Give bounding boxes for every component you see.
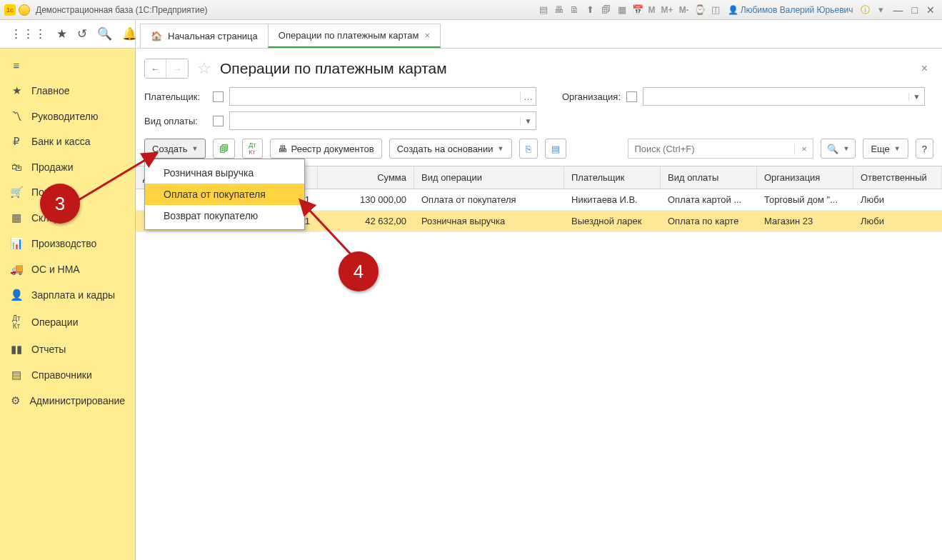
quick-toolbar: ⋮⋮⋮ ★ ↺ 🔍 🔔: [0, 20, 136, 48]
more-button[interactable]: Еще▼: [863, 139, 908, 159]
filter-payer-combo[interactable]: …: [229, 87, 536, 106]
create-button[interactable]: Создать ▼: [144, 139, 206, 159]
tree-icon: ⎘: [526, 144, 531, 154]
nav-forward-button[interactable]: →: [166, 59, 188, 78]
sidebar-item-operations[interactable]: ДтКтОперации: [0, 308, 135, 336]
chevron-down-icon[interactable]: ▼: [520, 117, 536, 125]
user-icon: 👤: [728, 5, 738, 15]
sidebar-label: Операции: [31, 316, 79, 328]
cell: Никитаева И.В.: [564, 189, 661, 210]
user-label[interactable]: 👤Любимов Валерий Юрьевич: [728, 5, 853, 15]
maximize-button[interactable]: □: [909, 4, 921, 16]
dtkt-button[interactable]: ДтКт: [242, 139, 262, 159]
cell: Торговый дом "...: [757, 189, 853, 210]
col-paytype[interactable]: Вид оплаты: [661, 166, 757, 189]
filter-payer-checkbox[interactable]: [213, 91, 224, 102]
based-on-button[interactable]: Создать на основании ▼: [389, 139, 512, 159]
gear-icon: ⚙: [10, 394, 21, 407]
dropdown-item-return[interactable]: Возврат покупателю: [145, 205, 304, 226]
annotation-badge-4: 4: [339, 251, 379, 291]
dtkt-icon: ДтКт: [249, 141, 256, 156]
chevron-down-icon: ▼: [191, 145, 198, 152]
nav-back-button[interactable]: ←: [145, 59, 166, 78]
col-resp[interactable]: Ответственный: [853, 166, 942, 189]
toolbar-icon[interactable]: ▤: [537, 4, 550, 15]
tab-operations[interactable]: Операции по платежным картам ×: [268, 24, 441, 48]
list-icon: ▤: [10, 369, 23, 381]
dropdown-icon[interactable]: ▾: [875, 4, 888, 15]
calc-icon[interactable]: ▦: [616, 4, 628, 15]
bag-icon: 🛍: [10, 161, 23, 173]
find-button[interactable]: 🔍▼: [821, 139, 856, 159]
factory-icon: 📊: [10, 237, 23, 250]
col-payer[interactable]: Плательщик: [564, 166, 661, 189]
help-button[interactable]: ?: [916, 139, 933, 159]
filter-org-checkbox[interactable]: [626, 91, 637, 102]
m-plus-button[interactable]: M+: [660, 5, 675, 15]
col-sum[interactable]: Сумма: [318, 166, 414, 189]
time-icon[interactable]: ⌚: [693, 4, 706, 15]
cell: Оплата по карте: [661, 211, 757, 231]
close-button[interactable]: ✕: [923, 4, 938, 16]
ellipsis-icon[interactable]: …: [520, 91, 536, 102]
sidebar-label: Отчеты: [31, 344, 66, 355]
clear-search-icon[interactable]: ×: [794, 144, 813, 154]
tab-close-icon[interactable]: ×: [424, 30, 430, 41]
col-op[interactable]: Вид операции: [414, 166, 564, 189]
panel-icon[interactable]: ◫: [709, 4, 722, 15]
search-input[interactable]: [628, 144, 794, 154]
copy-button[interactable]: 🗐: [213, 139, 235, 159]
copy-icon[interactable]: 🗐: [600, 4, 613, 15]
dropdown-item-customer-payment[interactable]: Оплата от покупателя: [145, 184, 304, 205]
copy-icon: 🗐: [219, 144, 229, 154]
filter-org-label: Организация:: [562, 91, 621, 102]
bell-icon[interactable]: 🔔: [122, 26, 137, 41]
col-org[interactable]: Организация: [757, 166, 853, 189]
registry-button[interactable]: 🖶 Реестр документов: [270, 139, 382, 159]
dropdown-item-retail[interactable]: Розничная выручка: [145, 162, 304, 184]
more-label: Еще: [871, 144, 889, 154]
export-icon[interactable]: ⬆: [584, 4, 597, 15]
page-title: Операции по платежным картам: [220, 60, 447, 77]
apps-icon[interactable]: ⋮⋮⋮: [10, 26, 46, 41]
m-minus-button[interactable]: M-: [678, 5, 691, 15]
dropdown-toggle-icon[interactable]: [19, 4, 30, 16]
app-logo-icon: 1c: [4, 4, 16, 16]
sidebar-item-bank[interactable]: ₽Банк и касса: [0, 129, 135, 154]
page-close-icon[interactable]: ×: [921, 62, 928, 75]
info-icon[interactable]: ⓘ: [859, 4, 872, 16]
sidebar-item-catalogs[interactable]: ▤Справочники: [0, 362, 135, 388]
sidebar-item-production[interactable]: 📊Производство: [0, 231, 135, 256]
sidebar-item-hr[interactable]: 👤Зарплата и кадры: [0, 282, 135, 308]
favorite-star-icon[interactable]: ☆: [197, 59, 211, 78]
calendar-icon[interactable]: 📅: [631, 4, 644, 15]
filter-org-combo[interactable]: ▼: [643, 87, 925, 106]
sidebar-item-os[interactable]: 🚚ОС и НМА: [0, 256, 135, 282]
sidebar-burger[interactable]: ≡: [0, 53, 135, 78]
sidebar-item-manager[interactable]: 〽Руководителю: [0, 104, 135, 129]
minimize-button[interactable]: —: [891, 4, 906, 16]
star-icon[interactable]: ★: [56, 26, 67, 41]
history-icon[interactable]: ↺: [77, 26, 87, 41]
doc-icon[interactable]: 🗎: [568, 4, 581, 15]
cell: Оплата от покупателя: [414, 189, 564, 210]
m-button[interactable]: M: [647, 5, 657, 15]
sidebar-item-admin[interactable]: ⚙Администрирование: [0, 388, 135, 414]
chevron-down-icon[interactable]: ▼: [908, 93, 924, 101]
filter-paytype-combo[interactable]: ▼: [229, 111, 536, 130]
print-icon: 🖶: [278, 144, 287, 154]
tree-button[interactable]: ⎘: [519, 139, 538, 159]
tab-home[interactable]: 🏠 Начальная страница: [140, 24, 269, 48]
cell: 130 000,00: [318, 189, 414, 210]
sidebar-item-reports[interactable]: ▮▮Отчеты: [0, 336, 135, 362]
sidebar-item-main[interactable]: ★Главное: [0, 78, 135, 104]
print-icon[interactable]: 🖶: [553, 4, 566, 15]
registry-label: Реестр документов: [291, 144, 374, 154]
filter-paytype-checkbox[interactable]: [213, 116, 224, 126]
list-button[interactable]: ▤: [545, 139, 566, 159]
boxes-icon: ▦: [10, 211, 23, 224]
search-box[interactable]: ×: [628, 139, 813, 159]
search-icon[interactable]: 🔍: [97, 26, 112, 41]
sidebar-item-sales[interactable]: 🛍Продажи: [0, 154, 135, 179]
truck-icon: 🚚: [10, 263, 23, 276]
